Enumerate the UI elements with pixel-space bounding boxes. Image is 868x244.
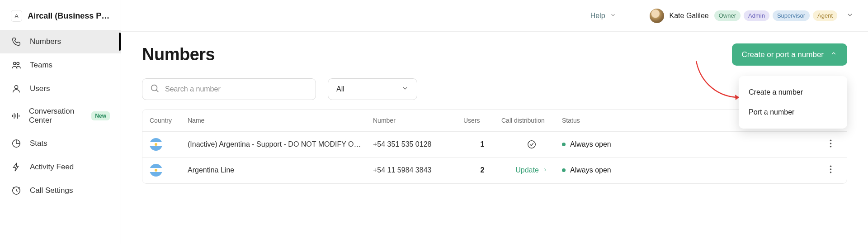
status-text: Always open	[570, 166, 611, 174]
sidebar-item-conversation-center[interactable]: Conversation Center New	[0, 100, 121, 132]
svg-line-12	[156, 90, 159, 92]
teams-icon	[11, 60, 22, 71]
sidebar-item-activity-feed[interactable]: Activity Feed	[0, 155, 121, 179]
svg-point-17	[830, 165, 831, 167]
row-menu-button[interactable]	[821, 165, 840, 175]
svg-point-14	[830, 139, 831, 141]
chevron-down-icon[interactable]	[846, 11, 854, 20]
topbar: Help Kate Galilee Owner Admin Supervisor…	[121, 0, 868, 32]
filter-value: All	[336, 85, 344, 93]
badge-agent: Agent	[813, 10, 837, 21]
chevron-down-icon	[401, 85, 409, 94]
sidebar-item-teams[interactable]: Teams	[0, 53, 121, 77]
phone-icon	[11, 36, 22, 47]
page-header: Numbers Create or port a number	[142, 43, 847, 66]
status-dot-icon	[562, 143, 566, 146]
cell-dist-update[interactable]: Update	[501, 166, 562, 174]
waveform-icon	[11, 110, 21, 121]
sidebar-item-label: Users	[30, 84, 50, 93]
svg-point-11	[151, 85, 157, 91]
row-menu-button[interactable]	[821, 139, 840, 149]
sidebar-item-label: Activity Feed	[30, 163, 74, 172]
user-icon	[11, 83, 22, 94]
th-users: Users	[463, 117, 501, 124]
new-badge: New	[91, 111, 110, 120]
page-content: Numbers Create or port a number Create a…	[121, 32, 868, 244]
stats-icon	[11, 138, 22, 149]
flag-argentina-icon	[150, 164, 162, 177]
bolt-icon	[11, 162, 22, 172]
svg-point-18	[830, 168, 831, 170]
sidebar-item-label: Stats	[30, 139, 47, 148]
chevron-up-icon	[830, 50, 837, 59]
dist-update-label: Update	[515, 166, 539, 174]
create-or-port-button[interactable]: Create or port a number	[732, 43, 847, 66]
clock-icon	[11, 185, 22, 196]
avatar[interactable]	[650, 9, 664, 23]
cell-status: Always open	[562, 140, 821, 148]
sidebar-item-label: Conversation Center	[29, 107, 83, 125]
status-text: Always open	[570, 140, 611, 148]
main: Help Kate Galilee Owner Admin Supervisor…	[121, 0, 868, 244]
sidebar-item-users[interactable]: Users	[0, 77, 121, 100]
username: Kate Galilee	[670, 12, 709, 20]
table-row[interactable]: Argentina Line +54 11 5984 3843 2 Update	[142, 158, 847, 183]
help-menu[interactable]: Help	[590, 12, 616, 20]
sidebar-nav: Numbers Teams Users Conversation Center	[0, 30, 121, 202]
sidebar-item-stats[interactable]: Stats	[0, 132, 121, 155]
search-icon	[150, 83, 160, 95]
brand-icon: A	[11, 10, 22, 22]
table-row[interactable]: (Inactive) Argentina - Support - DO NOT …	[142, 132, 847, 158]
user-cluster: Kate Galilee Owner Admin Supervisor Agen…	[650, 9, 854, 23]
th-country: Country	[150, 117, 188, 124]
role-badges: Owner Admin Supervisor Agent	[714, 10, 837, 21]
svg-point-0	[14, 62, 16, 65]
search-input[interactable]	[165, 85, 308, 93]
cell-dist-ok	[501, 139, 562, 149]
svg-point-1	[17, 62, 19, 65]
cta-label: Create or port a number	[742, 50, 824, 59]
create-port-dropdown: Create a number Port a number	[739, 76, 847, 129]
sidebar-item-numbers[interactable]: Numbers	[0, 30, 121, 53]
svg-point-2	[14, 86, 18, 89]
chevron-down-icon	[610, 12, 616, 20]
th-name: Name	[188, 117, 373, 124]
svg-point-19	[830, 172, 831, 173]
brand[interactable]: A Aircall (Business Pr…	[0, 5, 121, 30]
th-number: Number	[373, 117, 463, 124]
dropdown-port-number[interactable]: Port a number	[739, 102, 847, 122]
brand-label: Aircall (Business Pr…	[28, 11, 110, 21]
chevron-right-icon	[542, 166, 548, 174]
badge-admin: Admin	[744, 10, 769, 21]
sidebar-item-label: Numbers	[30, 37, 61, 46]
badge-supervisor: Supervisor	[773, 10, 810, 21]
cell-status: Always open	[562, 166, 821, 174]
flag-argentina-icon	[150, 138, 162, 151]
cell-number: +54 351 535 0128	[373, 140, 463, 148]
th-dist: Call distribution	[501, 117, 562, 124]
status-dot-icon	[562, 168, 566, 172]
cell-name: (Inactive) Argentina - Support - DO NOT …	[188, 140, 373, 148]
dropdown-create-number[interactable]: Create a number	[739, 82, 847, 102]
cell-users: 1	[463, 140, 501, 148]
page-title: Numbers	[142, 45, 215, 64]
sidebar-item-label: Teams	[30, 61, 52, 70]
cell-users: 2	[463, 166, 501, 174]
sidebar-item-call-settings[interactable]: Call Settings	[0, 179, 121, 202]
cell-name: Argentina Line	[188, 166, 373, 174]
svg-point-15	[830, 143, 831, 144]
filter-select[interactable]: All	[328, 78, 417, 100]
sidebar: A Aircall (Business Pr… Numbers Teams	[0, 0, 121, 244]
sidebar-item-label: Call Settings	[30, 186, 73, 195]
svg-point-13	[528, 141, 536, 148]
badge-owner: Owner	[714, 10, 741, 21]
search-wrap[interactable]	[142, 78, 316, 100]
cell-number: +54 11 5984 3843	[373, 166, 463, 174]
help-label: Help	[590, 12, 605, 20]
svg-point-16	[830, 146, 831, 148]
